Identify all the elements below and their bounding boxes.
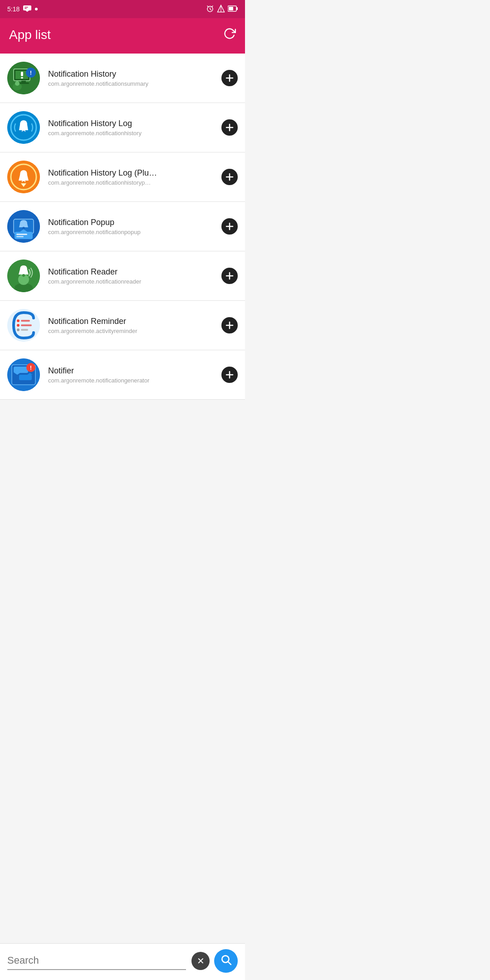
add-button-notif-history-log-plus[interactable] (221, 169, 238, 185)
svg-rect-3 (24, 8, 27, 9)
app-name-notif-history: Notification History (48, 69, 216, 79)
status-right (206, 5, 238, 14)
battery-icon (228, 5, 238, 13)
app-item-notif-reader[interactable]: Notification Reader com.argonremote.noti… (0, 251, 245, 301)
app-name-notif-reminder: Notification Reminder (48, 317, 216, 326)
svg-rect-44 (16, 236, 24, 237)
add-button-notif-reader[interactable] (221, 268, 238, 284)
app-package-notif-history-log: com.argonremote.notificationhistory (48, 130, 216, 137)
svg-rect-55 (21, 320, 30, 322)
svg-rect-8 (229, 7, 233, 10)
app-item-notif-history-log[interactable]: Notification History Log com.argonremote… (0, 103, 245, 152)
app-icon-notif-reader (7, 260, 40, 292)
svg-rect-59 (21, 329, 28, 331)
app-package-notif-popup: com.argonremote.notificationpopup (48, 229, 216, 235)
add-button-notif-reminder[interactable] (221, 317, 238, 333)
message-icon (23, 5, 31, 13)
app-info-notif-history-log: Notification History Log com.argonremote… (48, 119, 216, 137)
dot-indicator (35, 8, 38, 10)
add-button-notif-popup[interactable] (221, 218, 238, 235)
app-name-notif-history-log-plus: Notification History Log (Plu… (48, 168, 216, 178)
app-info-notifier: Notifier com.argonremote.notificationgen… (48, 366, 216, 384)
app-item-notif-history[interactable]: ! Notification History com.argonremote.n… (0, 54, 245, 103)
svg-rect-16 (21, 81, 26, 83)
app-item-notif-reminder[interactable]: Notification Reminder com.argonremote.ac… (0, 301, 245, 350)
app-icon-notif-history-log-plus (7, 161, 40, 193)
app-icon-notif-popup (7, 210, 40, 243)
app-info-notif-popup: Notification Popup com.argonremote.notif… (48, 218, 216, 235)
svg-text:!: ! (30, 69, 32, 76)
svg-rect-14 (21, 72, 23, 76)
app-name-notif-reader: Notification Reader (48, 267, 216, 277)
svg-point-56 (17, 324, 20, 327)
status-left: 5:18 (7, 5, 38, 13)
app-icon-notifier: ! (7, 358, 40, 391)
svg-marker-1 (25, 10, 29, 12)
alarm-icon (206, 5, 214, 14)
add-button-notifier[interactable] (221, 367, 238, 383)
svg-rect-43 (16, 234, 27, 235)
app-package-notif-history-log-plus: com.argonremote.notificationhistoryp… (48, 179, 216, 186)
app-package-notif-reader: com.argonremote.notificationreader (48, 278, 216, 285)
svg-rect-57 (21, 324, 32, 326)
svg-rect-65 (14, 367, 28, 373)
app-info-notif-history-log-plus: Notification History Log (Plu… com.argon… (48, 168, 216, 186)
app-info-notif-reminder: Notification Reminder com.argonremote.ac… (48, 317, 216, 334)
app-name-notif-history-log: Notification History Log (48, 119, 216, 128)
app-item-notif-history-log-plus[interactable]: Notification History Log (Plu… com.argon… (0, 152, 245, 202)
svg-rect-41 (15, 232, 33, 239)
svg-rect-9 (236, 7, 238, 10)
add-button-notif-history-log[interactable] (221, 119, 238, 136)
app-icon-notif-history: ! (7, 62, 40, 94)
app-package-notif-reminder: com.argonremote.activityreminder (48, 328, 216, 334)
app-name-notif-popup: Notification Popup (48, 218, 216, 227)
svg-point-58 (17, 328, 20, 331)
app-list: ! Notification History com.argonremote.n… (0, 54, 245, 400)
svg-point-27 (22, 131, 25, 133)
add-button-notif-history[interactable] (221, 70, 238, 86)
svg-rect-0 (23, 5, 31, 10)
app-info-notif-reader: Notification Reader com.argonremote.noti… (48, 267, 216, 285)
page-title: App list (9, 28, 51, 42)
app-package-notif-history: com.argonremote.notificationsummary (48, 80, 216, 87)
svg-point-50 (22, 274, 25, 277)
app-item-notifier[interactable]: ! Notifier com.argonremote.notificationg… (0, 350, 245, 400)
app-icon-notif-history-log (7, 111, 40, 144)
svg-point-21 (15, 81, 20, 86)
svg-point-54 (17, 319, 20, 322)
app-icon-notif-reminder (7, 309, 40, 342)
app-item-notif-popup[interactable]: Notification Popup com.argonremote.notif… (0, 202, 245, 251)
status-bar: 5:18 (0, 0, 245, 18)
svg-rect-2 (24, 7, 28, 8)
app-info-notif-history: Notification History com.argonremote.not… (48, 69, 216, 87)
svg-rect-15 (21, 77, 23, 78)
svg-rect-67 (19, 375, 32, 380)
app-package-notifier: com.argonremote.notificationgenerator (48, 377, 216, 384)
app-name-notifier: Notifier (48, 366, 216, 376)
signal-icon (217, 5, 225, 14)
svg-text:!: ! (30, 364, 32, 371)
status-time: 5:18 (7, 5, 20, 13)
refresh-button[interactable] (223, 27, 236, 43)
header: App list (0, 18, 245, 54)
